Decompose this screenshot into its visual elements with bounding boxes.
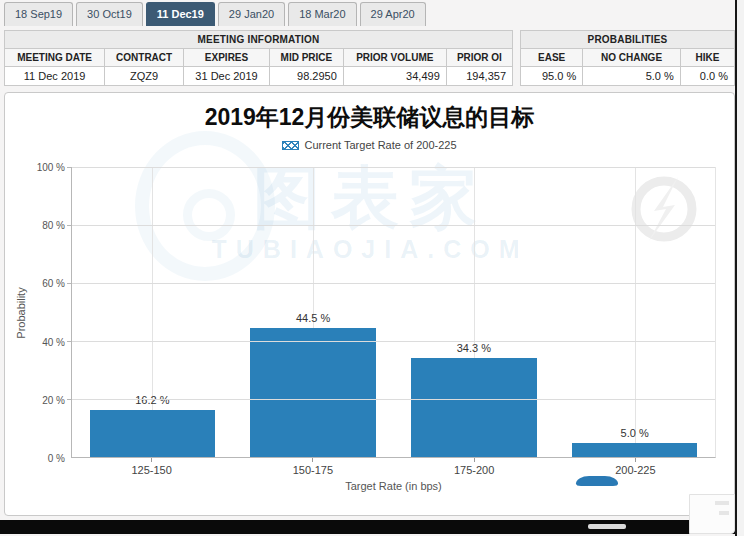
column-header: NO CHANGE — [583, 49, 681, 67]
plot-wrap: Probability 100 %80 %60 %40 %20 %0 % 16.… — [13, 167, 716, 458]
x-tick-mark — [151, 458, 152, 462]
cell-value: 95.0 % — [521, 67, 583, 86]
y-tick-label: 60 % — [42, 278, 65, 289]
x-category-200-225: 200-225 — [555, 458, 716, 476]
cell-value: 11 Dec 2019 — [5, 67, 105, 86]
x-category-125-150: 125-150 — [71, 458, 232, 476]
y-tick-label: 40 % — [42, 336, 65, 347]
bar-value-label: 16.2 % — [72, 394, 233, 406]
cell-value: 194,357 — [446, 67, 512, 86]
y-tick-label: 80 % — [42, 220, 65, 231]
meeting-info-title: MEETING INFORMATION — [5, 31, 513, 49]
cell-value: 31 Dec 2019 — [184, 67, 270, 86]
y-axis-ticks: 100 %80 %60 %40 %20 %0 % — [29, 167, 71, 458]
cell-value: 5.0 % — [583, 67, 681, 86]
meeting-info-row: 11 Dec 2019ZQZ931 Dec 201998.295034,4991… — [5, 67, 513, 86]
x-axis-labels: 125-150150-175175-200200-225 — [13, 458, 716, 476]
x-category-label: 200-225 — [555, 464, 716, 476]
bar-slot-200-225: 5.0 % — [554, 167, 715, 457]
bar-slots: 16.2 %44.5 %34.3 %5.0 % — [72, 167, 715, 457]
x-category-150-175: 150-175 — [232, 458, 393, 476]
probabilities-columns: EASENO CHANGEHIKE — [521, 49, 735, 67]
x-category-label: 150-175 — [232, 464, 393, 476]
column-header: HIKE — [680, 49, 734, 67]
bottom-right-corner-box — [689, 494, 735, 534]
cell-value: 0.0 % — [680, 67, 734, 86]
gridline — [72, 283, 715, 284]
meeting-info-table: MEETING INFORMATION MEETING DATECONTRACT… — [4, 30, 513, 86]
bar-175-200[interactable] — [411, 358, 536, 457]
legend-hatch-swatch-icon — [282, 141, 299, 150]
probabilities-title: PROBABILITIES — [521, 31, 735, 49]
tab-30-oct19[interactable]: 30 Oct19 — [76, 2, 143, 26]
tab-29-jan20[interactable]: 29 Jan20 — [218, 2, 285, 26]
right-edge-pad — [737, 0, 744, 536]
bar-slot-150-175: 44.5 % — [233, 167, 394, 457]
bar-125-150[interactable] — [90, 410, 215, 457]
gridline — [72, 225, 715, 226]
gridline — [72, 341, 715, 342]
probabilities-table: PROBABILITIES EASENO CHANGEHIKE 95.0 %5.… — [520, 30, 735, 86]
bar-slot-125-150: 16.2 % — [72, 167, 233, 457]
bar-value-label: 34.3 % — [394, 342, 555, 354]
bar-200-225[interactable] — [572, 443, 697, 458]
gridline — [72, 167, 715, 168]
probabilities-row: 95.0 %5.0 %0.0 % — [521, 67, 735, 86]
tab-strip: 18 Sep1930 Oct1911 Dec1929 Jan2018 Mar20… — [0, 0, 744, 26]
y-tick-label: 20 % — [42, 394, 65, 405]
x-category-label: 125-150 — [71, 464, 232, 476]
column-header: CONTRACT — [105, 49, 184, 67]
x-tick-mark — [312, 458, 313, 462]
tab-11-dec19[interactable]: 11 Dec19 — [146, 2, 215, 26]
y-tick-label: 100 % — [37, 162, 65, 173]
x-tick-mark — [635, 458, 636, 462]
plot-area: 16.2 %44.5 %34.3 %5.0 % — [71, 167, 716, 458]
column-header: PRIOR OI — [446, 49, 512, 67]
legend-label: Current Target Rate of 200-225 — [304, 139, 456, 151]
tab-18-mar20[interactable]: 18 Mar20 — [288, 2, 356, 26]
bar-slot-175-200: 34.3 % — [394, 167, 555, 457]
x-category-175-200: 175-200 — [394, 458, 555, 476]
column-header: PRIOR VOLUME — [343, 49, 446, 67]
gridline — [72, 399, 715, 400]
y-axis-title: Probability — [13, 167, 29, 458]
chart-legend: Current Target Rate of 200-225 — [5, 139, 734, 151]
chart-panel: 2019年12月份美联储议息的目标 Current Target Rate of… — [4, 92, 735, 516]
x-tick-mark — [474, 458, 475, 462]
bottom-bar-dash — [588, 524, 626, 529]
chart-title: 2019年12月份美联储议息的目标 — [5, 102, 734, 133]
tab-18-sep19[interactable]: 18 Sep19 — [4, 2, 73, 26]
column-header: EXPIRES — [184, 49, 270, 67]
y-tick-label: 0 % — [48, 453, 65, 464]
column-header: MID PRICE — [270, 49, 344, 67]
column-header: MEETING DATE — [5, 49, 105, 67]
tables-row: MEETING INFORMATION MEETING DATECONTRACT… — [4, 30, 735, 86]
vertical-gridline — [635, 167, 636, 457]
x-axis-cells: 125-150150-175175-200200-225 — [71, 458, 716, 476]
cell-value: ZQZ9 — [105, 67, 184, 86]
x-category-label: 175-200 — [394, 464, 555, 476]
column-header: EASE — [521, 49, 583, 67]
meeting-info-columns: MEETING DATECONTRACTEXPIRESMID PRICEPRIO… — [5, 49, 513, 67]
x-axis-title: Target Rate (in bps) — [71, 480, 716, 492]
bar-value-label: 5.0 % — [554, 427, 715, 439]
cell-value: 34,499 — [343, 67, 446, 86]
bar-value-label: 44.5 % — [233, 312, 394, 324]
tab-29-apr20[interactable]: 29 Apr20 — [360, 2, 426, 26]
right-edge-line — [735, 0, 737, 536]
cell-value: 98.2950 — [270, 67, 344, 86]
blue-blob-artifact — [576, 476, 618, 486]
bar-150-175[interactable] — [250, 328, 375, 457]
fedwatch-page: 18 Sep1930 Oct1911 Dec1929 Jan2018 Mar20… — [0, 0, 744, 536]
